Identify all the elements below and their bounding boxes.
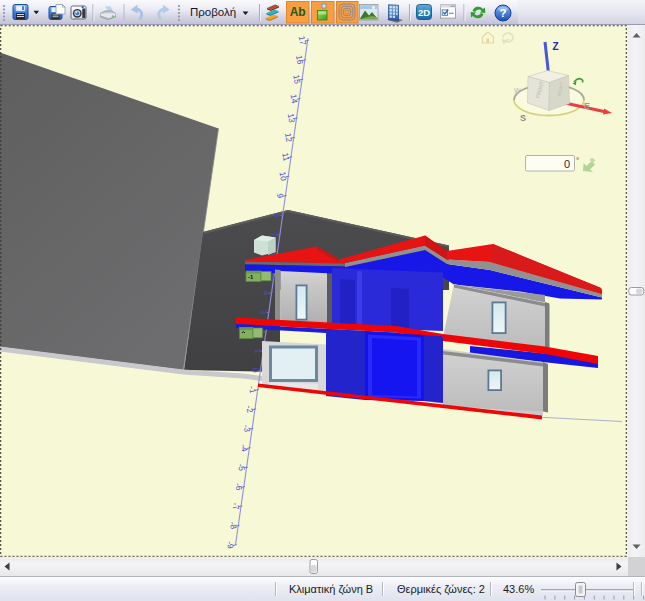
svg-text:2D: 2D (418, 7, 430, 18)
svg-text:W: W (514, 87, 521, 94)
svg-text:Z: Z (553, 41, 559, 52)
svg-text:Ab: Ab (290, 5, 306, 19)
svg-text:?: ? (499, 7, 506, 19)
svg-text:S: S (520, 113, 526, 123)
svg-text:E: E (584, 101, 590, 111)
svg-text:°: ° (576, 156, 579, 165)
svg-text:Προβολή: Προβολή (190, 6, 236, 18)
svg-text:-1: -1 (248, 274, 254, 280)
svg-text:0: 0 (564, 158, 570, 170)
